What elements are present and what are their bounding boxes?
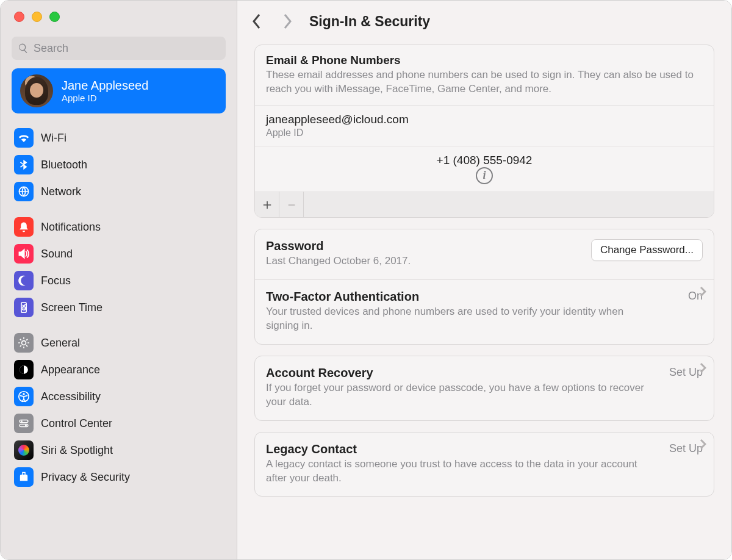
sidebar-item-label: Siri & Spotlight: [41, 444, 113, 457]
wifi-icon: [14, 128, 34, 148]
search-icon: [18, 43, 29, 54]
focus-icon: [14, 271, 34, 290]
sidebar-item-label: Focus: [41, 275, 71, 287]
avatar: [20, 74, 53, 107]
legacy-contact-card[interactable]: Legacy Contact Set Up A legacy contact i…: [254, 432, 714, 497]
chevron-right-icon: [699, 362, 706, 376]
page-title: Sign-In & Security: [309, 13, 430, 30]
contact-phone: +1 (408) 555-0942: [437, 154, 533, 167]
sidebar-item-controlcenter[interactable]: Control Center: [12, 410, 226, 437]
svg-point-10: [25, 425, 27, 426]
password-2fa-card: Password Last Changed October 6, 2017. C…: [254, 229, 714, 345]
sidebar-item-appearance[interactable]: Appearance: [12, 356, 226, 383]
zoom-window-button[interactable]: [49, 12, 60, 22]
password-title: Password: [266, 239, 411, 253]
sidebar-item-label: Wi-Fi: [41, 132, 66, 145]
chevron-right-icon: [699, 286, 706, 300]
sidebar-item-label: Bluetooth: [41, 159, 87, 171]
chevron-right-icon: [699, 439, 706, 452]
sidebar-item-wifi[interactable]: Wi-Fi: [12, 124, 226, 151]
minimize-window-button[interactable]: [32, 12, 42, 22]
add-remove-bar: ＋ －: [255, 192, 714, 217]
sidebar-item-apple-id[interactable]: Jane Appleseed Apple ID: [12, 68, 226, 113]
contact-email-label: Apple ID: [266, 127, 703, 138]
forward-button[interactable]: [279, 13, 296, 30]
sidebar-item-label: Accessibility: [41, 390, 101, 403]
main-pane: Sign-In & Security Email & Phone Numbers…: [237, 1, 731, 559]
password-subtitle: Last Changed October 6, 2017.: [266, 254, 411, 268]
sidebar-item-bluetooth[interactable]: Bluetooth: [12, 151, 226, 178]
toolbar: Sign-In & Security: [237, 1, 731, 38]
sidebar-item-label: General: [41, 337, 80, 350]
close-window-button[interactable]: [14, 12, 24, 22]
controlcenter-icon: [14, 414, 34, 433]
sidebar-item-label: Sound: [41, 248, 73, 260]
recovery-status: Set Up: [669, 366, 703, 379]
svg-point-6: [23, 393, 24, 395]
account-recovery-card[interactable]: Account Recovery Set Up If you forget yo…: [254, 356, 714, 421]
sidebar-item-accessibility[interactable]: Accessibility: [12, 383, 226, 410]
svg-point-8: [21, 420, 23, 422]
sidebar-item-label: Control Center: [41, 417, 112, 430]
sound-icon: [14, 244, 34, 264]
legacy-description: A legacy contact is someone you trust to…: [266, 458, 656, 486]
siri-icon: [14, 440, 34, 460]
sidebar-item-label: Privacy & Security: [41, 471, 130, 484]
privacy-icon: [14, 467, 34, 487]
svg-point-3: [22, 341, 26, 345]
contact-row-phone[interactable]: +1 (408) 555-0942 i: [255, 146, 714, 192]
legacy-status: Set Up: [669, 442, 703, 455]
window-controls: [1, 1, 237, 22]
back-button[interactable]: [248, 13, 265, 30]
account-subtitle: Apple ID: [62, 93, 148, 103]
appearance-icon: [14, 360, 34, 379]
recovery-description: If you forget your password or device pa…: [266, 381, 656, 409]
twofa-description: Your trusted devices and phone numbers a…: [266, 305, 656, 333]
legacy-title: Legacy Contact: [266, 442, 357, 456]
sidebar-item-siri[interactable]: Siri & Spotlight: [12, 437, 226, 464]
search-placeholder: Search: [34, 42, 68, 55]
network-icon: [14, 182, 34, 201]
sidebar-item-privacy[interactable]: Privacy & Security: [12, 464, 226, 490]
email-phone-description: These email addresses and phone numbers …: [266, 68, 703, 96]
accessibility-icon: [14, 387, 34, 406]
add-contact-button[interactable]: ＋: [255, 192, 279, 217]
notifications-icon: [14, 217, 34, 237]
sidebar-item-focus[interactable]: Focus: [12, 267, 226, 294]
general-icon: [14, 333, 34, 353]
contact-email: janeappleseed@icloud.com: [266, 113, 703, 126]
sidebar-item-sound[interactable]: Sound: [12, 240, 226, 267]
search-input[interactable]: Search: [12, 37, 226, 60]
recovery-title: Account Recovery: [266, 366, 373, 380]
account-name: Jane Appleseed: [62, 79, 148, 93]
email-phone-title: Email & Phone Numbers: [266, 54, 703, 67]
twofa-row[interactable]: Two-Factor Authentication On Your truste…: [255, 280, 714, 344]
sidebar-item-label: Network: [41, 185, 81, 198]
sidebar-item-label: Appearance: [41, 364, 100, 376]
bluetooth-icon: [14, 155, 34, 174]
sidebar-item-general[interactable]: General: [12, 329, 226, 356]
sidebar-item-notifications[interactable]: Notifications: [12, 214, 226, 240]
email-phone-card: Email & Phone Numbers These email addres…: [254, 45, 714, 218]
sidebar-item-network[interactable]: Network: [12, 178, 226, 205]
change-password-button[interactable]: Change Password...: [591, 239, 703, 261]
screentime-icon: [14, 298, 34, 317]
sidebar-item-label: Screen Time: [41, 301, 102, 314]
info-icon[interactable]: i: [476, 167, 493, 184]
contact-row-email[interactable]: janeappleseed@icloud.com Apple ID: [255, 105, 714, 146]
remove-contact-button[interactable]: －: [279, 192, 304, 217]
sidebar: Search Jane Appleseed Apple ID Wi-FiBlue…: [1, 1, 237, 559]
sidebar-nav: Wi-FiBluetoothNetworkNotificationsSoundF…: [1, 124, 237, 499]
sidebar-item-label: Notifications: [41, 221, 101, 234]
sidebar-item-screentime[interactable]: Screen Time: [12, 294, 226, 321]
twofa-title: Two-Factor Authentication: [266, 290, 419, 304]
